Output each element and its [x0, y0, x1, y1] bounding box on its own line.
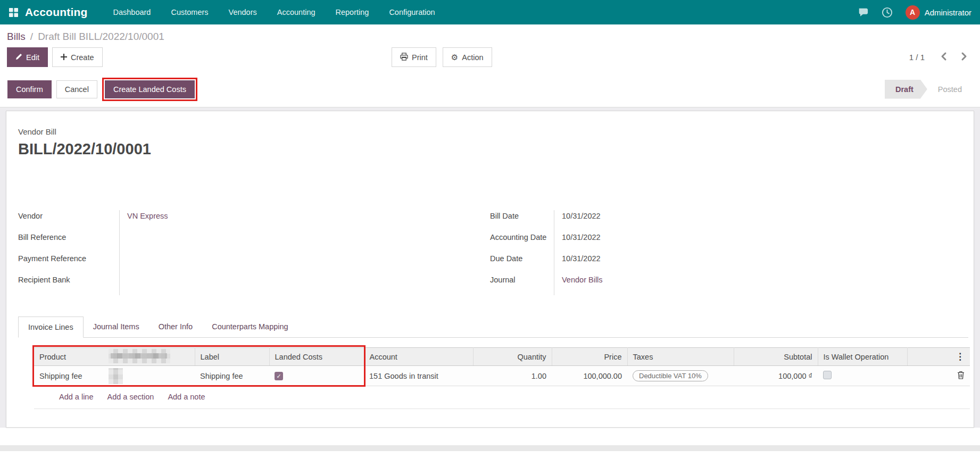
tab-invoice-lines[interactable]: Invoice Lines: [18, 317, 84, 338]
vendor-bill-sheet: Vendor Bill BILL/2022/10/0001 Vendor VN …: [6, 111, 974, 428]
create-button[interactable]: Create: [52, 47, 103, 67]
breadcrumb-separator: /: [30, 31, 33, 43]
user-name: Administrator: [925, 8, 971, 17]
cancel-button[interactable]: Cancel: [56, 80, 97, 98]
wallet-operation-checkbox[interactable]: [823, 371, 832, 379]
edit-button[interactable]: Edit: [7, 47, 48, 67]
page-title: BILL/2022/10/0001: [18, 140, 968, 158]
apps-grid-icon[interactable]: [9, 7, 19, 18]
pager-previous-icon[interactable]: [940, 52, 948, 63]
field-vendor: Vendor VN Express: [18, 210, 438, 231]
currency-dong: ₫: [809, 372, 812, 380]
create-landed-costs-button[interactable]: Create Landed Costs: [105, 80, 195, 98]
pager: 1 / 1: [909, 47, 968, 67]
field-accounting-date: Accounting Date 10/31/2022: [490, 231, 968, 253]
col-account: Account: [364, 348, 473, 366]
col-landed-costs: Landed Costs: [269, 348, 364, 366]
activity-clock-icon[interactable]: [882, 7, 893, 18]
col-label: Label: [195, 348, 269, 366]
cell-account: 151 Goods in transit: [364, 366, 473, 386]
control-panel: Bills / Draft Bill BILL/2022/10/0001 Edi…: [0, 24, 980, 71]
redacted-blur: [109, 349, 170, 363]
trash-icon[interactable]: [957, 372, 965, 381]
tab-counterparts-mapping[interactable]: Counterparts Mapping: [202, 317, 297, 337]
col-subtotal: Subtotal: [734, 348, 818, 366]
state-draft[interactable]: Draft: [885, 80, 927, 99]
pencil-icon: [15, 53, 22, 62]
annotation-box-create-landed-costs: Create Landed Costs: [102, 78, 197, 101]
cell-product: Shipping fee: [34, 366, 195, 386]
print-button[interactable]: Print: [392, 47, 436, 67]
top-navbar: Accounting Dashboard Customers Vendors A…: [0, 0, 980, 24]
cell-delete: [907, 366, 970, 386]
document-type-label: Vendor Bill: [18, 127, 968, 136]
main-menu: Dashboard Customers Vendors Accounting R…: [113, 8, 435, 16]
chatter-divider: [0, 445, 980, 451]
vendor-link[interactable]: VN Express: [119, 210, 438, 231]
menu-customers[interactable]: Customers: [171, 8, 208, 16]
menu-configuration[interactable]: Configuration: [389, 8, 435, 16]
add-a-line-link[interactable]: Add a line: [59, 393, 94, 401]
cell-is-wallet-operation: [818, 366, 907, 386]
user-menu[interactable]: A Administrator: [906, 5, 971, 20]
notebook-tabs: Invoice Lines Journal Items Other Info C…: [18, 317, 968, 338]
chatter-area: [0, 445, 980, 458]
cell-taxes: Deductible VAT 10%: [627, 366, 734, 386]
cell-subtotal: 100,000 ₫: [734, 366, 818, 386]
invoice-line-row: Shipping fee Shipping fee ✓ 151 Goods in…: [34, 366, 970, 386]
tab-other-info[interactable]: Other Info: [149, 317, 202, 337]
col-product: Product: [34, 348, 195, 366]
avatar[interactable]: A: [906, 5, 920, 20]
add-a-section-link[interactable]: Add a section: [107, 393, 154, 401]
field-due-date: Due Date 10/31/2022: [490, 253, 968, 274]
tax-tag: Deductible VAT 10%: [633, 370, 708, 381]
menu-vendors[interactable]: Vendors: [229, 8, 257, 16]
tab-journal-items[interactable]: Journal Items: [84, 317, 149, 337]
pager-next-icon[interactable]: [960, 52, 968, 63]
invoice-lines-table: Product Label Landed Costs Account Quant…: [34, 347, 970, 401]
gear-icon: ⚙: [451, 53, 458, 61]
state-posted[interactable]: Posted: [927, 80, 973, 99]
field-journal: Journal Vendor Bills: [490, 274, 968, 295]
statusbar: Confirm Cancel Create Landed Costs Draft…: [0, 71, 980, 107]
cell-landed-costs: ✓: [269, 366, 364, 386]
cell-label: Shipping fee: [195, 366, 269, 386]
confirm-button[interactable]: Confirm: [7, 80, 52, 98]
breadcrumb-bills[interactable]: Bills: [7, 31, 26, 43]
menu-dashboard[interactable]: Dashboard: [113, 8, 151, 16]
field-bill-reference: Bill Reference: [18, 231, 438, 253]
state-pipeline: Draft Posted: [885, 80, 973, 99]
table-header-row: Product Label Landed Costs Account Quant…: [34, 348, 970, 366]
breadcrumb-current: Draft Bill BILL/2022/10/0001: [38, 31, 164, 43]
menu-accounting[interactable]: Accounting: [277, 8, 315, 16]
landed-costs-checkbox[interactable]: ✓: [275, 372, 283, 380]
breadcrumb: Bills / Draft Bill BILL/2022/10/0001: [7, 31, 973, 43]
col-price: Price: [552, 348, 627, 366]
col-quantity: Quantity: [473, 348, 552, 366]
app-name[interactable]: Accounting: [25, 6, 88, 19]
pager-value[interactable]: 1 / 1: [909, 53, 925, 62]
field-recipient-bank: Recipient Bank: [18, 274, 438, 295]
plus-icon: [61, 53, 67, 62]
form-view: Vendor Bill BILL/2022/10/0001 Vendor VN …: [0, 107, 980, 428]
cell-quantity: 1.00: [473, 366, 552, 386]
add-a-note-link[interactable]: Add a note: [168, 393, 205, 401]
col-taxes: Taxes: [627, 348, 734, 366]
field-payment-reference: Payment Reference: [18, 253, 438, 274]
journal-link[interactable]: Vendor Bills: [554, 274, 968, 295]
redacted-blur: [109, 368, 123, 384]
print-icon: [400, 53, 408, 62]
messages-icon[interactable]: [857, 7, 869, 18]
lines-area-divider: [34, 409, 970, 409]
action-button[interactable]: ⚙ Action: [443, 47, 492, 67]
menu-reporting[interactable]: Reporting: [336, 8, 369, 16]
field-bill-date: Bill Date 10/31/2022: [490, 210, 968, 231]
col-options: ⋮: [907, 348, 970, 366]
cell-price: 100,000.00: [552, 366, 627, 386]
optional-columns-toggle-icon[interactable]: ⋮: [913, 351, 965, 362]
col-is-wallet-operation: Is Wallet Operation: [818, 348, 907, 366]
